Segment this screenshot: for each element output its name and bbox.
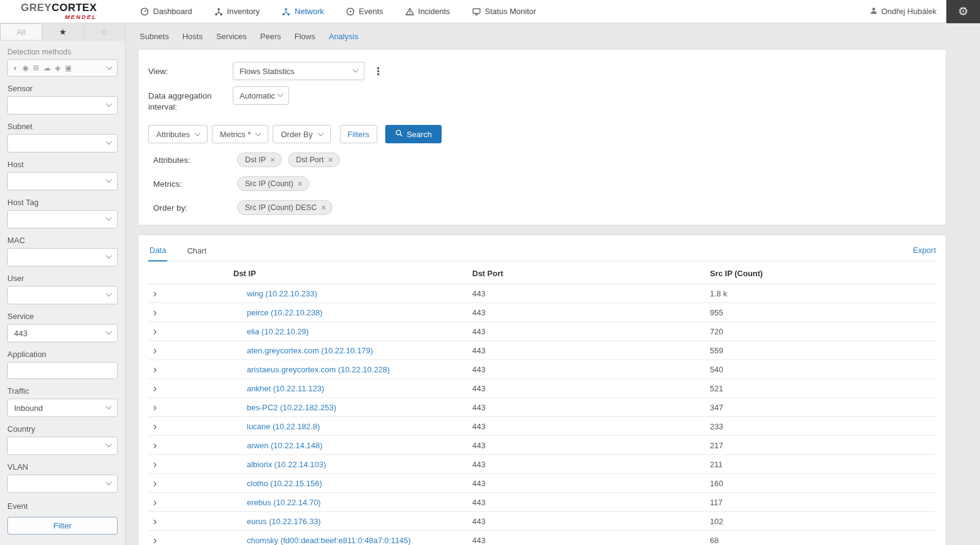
remove-chip-icon[interactable]: × bbox=[270, 156, 275, 164]
view-options-kebab-icon[interactable]: ⋮ bbox=[373, 65, 383, 78]
aggregation-select[interactable]: Automatic bbox=[233, 86, 289, 105]
expand-row-chevron-icon[interactable]: › bbox=[153, 307, 157, 318]
nav-item-inventory[interactable]: Inventory bbox=[214, 7, 260, 16]
filter-button[interactable]: Filter bbox=[7, 517, 118, 535]
vlan-filter-select[interactable] bbox=[7, 475, 118, 493]
order-by-chips-row: Order by: Src IP (Count) DESC× bbox=[148, 200, 936, 215]
sensor-filter-select[interactable] bbox=[7, 96, 118, 115]
attributes-button-label: Attributes bbox=[156, 130, 190, 139]
metrics-button[interactable]: Metrics * bbox=[212, 125, 269, 143]
country-filter-select[interactable] bbox=[7, 437, 118, 455]
dst-ip-link[interactable]: wing (10.22.10.233) bbox=[247, 289, 317, 298]
expand-row-chevron-icon[interactable]: › bbox=[153, 326, 157, 337]
expand-row-chevron-icon[interactable]: › bbox=[153, 364, 157, 375]
nav-item-network[interactable]: Network bbox=[282, 7, 324, 16]
expand-row-chevron-icon[interactable]: › bbox=[153, 535, 157, 545]
src-ip-count-value: 233 bbox=[710, 417, 936, 436]
chevron-down-icon bbox=[106, 442, 112, 448]
search-button[interactable]: Search bbox=[385, 125, 442, 143]
dst-port-value: 443 bbox=[472, 303, 710, 322]
nav-item-dashboard[interactable]: Dashboard bbox=[140, 7, 192, 16]
expand-row-chevron-icon[interactable]: › bbox=[153, 516, 157, 527]
results-table-body: › wing (10.22.10.233) 443 1.8 k › peirce… bbox=[148, 284, 936, 545]
dst-ip-link[interactable]: aten.greycortex.com (10.22.10.179) bbox=[247, 346, 373, 355]
dst-ip-link[interactable]: arwen (10.22.14.148) bbox=[247, 441, 323, 450]
fav-tab-unstarred[interactable]: ☆ bbox=[84, 23, 125, 40]
view-select[interactable]: Flows Statistics bbox=[233, 62, 364, 80]
src-ip-count-value: 347 bbox=[710, 398, 936, 417]
expand-row-chevron-icon[interactable]: › bbox=[153, 288, 157, 299]
dst-ip-link[interactable]: aristaeus.greycortex.com (10.22.10.228) bbox=[247, 365, 390, 374]
expand-row-chevron-icon[interactable]: › bbox=[153, 402, 157, 413]
user-menu[interactable]: Ondřej Hubálek bbox=[870, 7, 937, 17]
tab-peers[interactable]: Peers bbox=[254, 29, 288, 44]
attributes-button[interactable]: Attributes bbox=[148, 125, 208, 143]
host-tag-filter-select[interactable] bbox=[7, 210, 118, 228]
traffic-filter-select[interactable]: Inbound bbox=[7, 399, 118, 417]
status-monitor-icon bbox=[472, 7, 481, 16]
chevron-down-icon bbox=[277, 91, 284, 97]
filter-field: Application bbox=[0, 350, 125, 379]
tab-chart[interactable]: Chart bbox=[186, 243, 208, 261]
user-filter-select[interactable] bbox=[7, 286, 118, 304]
view-row: View: Flows Statistics ⋮ bbox=[148, 62, 936, 80]
fav-tab-starred[interactable]: ★ bbox=[42, 23, 84, 40]
nav-item-events[interactable]: Events bbox=[346, 7, 383, 16]
filters-button[interactable]: Filters bbox=[340, 125, 377, 143]
filter-field: Sensor bbox=[0, 84, 125, 115]
expand-row-chevron-icon[interactable]: › bbox=[153, 383, 157, 394]
remove-chip-icon[interactable]: × bbox=[298, 179, 303, 188]
logo-text: GREYCORTEX bbox=[21, 2, 126, 13]
tab-analysis[interactable]: Analysis bbox=[322, 29, 365, 44]
dst-port-value: 443 bbox=[472, 360, 710, 379]
expand-row-chevron-icon[interactable]: › bbox=[153, 421, 157, 432]
network-subtabs: Subnets Hosts Services Peers Flows Analy… bbox=[126, 23, 980, 49]
tab-flows[interactable]: Flows bbox=[288, 29, 322, 44]
search-button-label: Search bbox=[407, 130, 432, 139]
expand-row-chevron-icon[interactable]: › bbox=[153, 459, 157, 470]
tab-services[interactable]: Services bbox=[209, 29, 254, 44]
settings-button[interactable]: ⚙ bbox=[946, 0, 980, 23]
dst-ip-link[interactable]: albiorix (10.22.14.103) bbox=[247, 460, 326, 469]
dst-ip-link[interactable]: eurus (10.22.176.33) bbox=[247, 517, 321, 526]
subnet-filter-select[interactable] bbox=[7, 134, 118, 152]
dst-ip-link[interactable]: ankhet (10.22.11.123) bbox=[247, 384, 324, 393]
chevron-down-icon bbox=[107, 64, 113, 70]
dst-ip-link[interactable]: peirce (10.22.10.238) bbox=[247, 308, 323, 317]
remove-chip-icon[interactable]: × bbox=[321, 203, 326, 212]
export-link[interactable]: Export bbox=[913, 246, 936, 258]
aggregation-select-value: Automatic bbox=[239, 91, 275, 100]
dst-ip-link[interactable]: elia (10.22.10.29) bbox=[247, 327, 309, 336]
nav-label: Dashboard bbox=[153, 7, 192, 16]
nav-label: Inventory bbox=[227, 7, 260, 16]
mac-filter-select[interactable] bbox=[7, 248, 118, 266]
tab-hosts[interactable]: Hosts bbox=[176, 29, 209, 44]
expand-row-chevron-icon[interactable]: › bbox=[153, 440, 157, 451]
dst-ip-link[interactable]: chomsky (fd00:dead:beef:e811:0:48a7:0:11… bbox=[247, 536, 411, 545]
expand-row-chevron-icon[interactable]: › bbox=[153, 497, 157, 508]
expand-row-chevron-icon[interactable]: › bbox=[153, 478, 157, 489]
dst-ip-link[interactable]: bes-PC2 (10.22.182.253) bbox=[247, 403, 336, 412]
nav-item-status-monitor[interactable]: Status Monitor bbox=[472, 7, 537, 16]
order-by-button[interactable]: Order By bbox=[273, 125, 330, 143]
table-row: › arwen (10.22.14.148) 443 217 bbox=[148, 436, 936, 455]
detection-methods-select[interactable]: ◐ ◉ ⊞ ☁ ◈ ▣ bbox=[7, 59, 118, 77]
remove-chip-icon[interactable]: × bbox=[328, 156, 333, 164]
chip-label: Dst Port bbox=[296, 156, 323, 164]
service-filter-select[interactable]: 443 bbox=[7, 324, 118, 342]
top-bar: GREYCORTEX MENDEL Dashboard Inventory Ne… bbox=[0, 0, 980, 23]
fav-tab-all[interactable]: All bbox=[0, 23, 42, 40]
filter-field: Subnet bbox=[0, 122, 125, 152]
inventory-icon bbox=[214, 7, 223, 16]
tab-data[interactable]: Data bbox=[148, 242, 167, 261]
application-filter-input[interactable] bbox=[7, 362, 118, 379]
dst-ip-link[interactable]: erebus (10.22.14.70) bbox=[247, 498, 321, 507]
query-buttons-row: Attributes Metrics * Order By Filters Se… bbox=[148, 125, 936, 143]
host-filter-select[interactable] bbox=[7, 172, 118, 190]
tab-subnets[interactable]: Subnets bbox=[133, 29, 176, 44]
nav-item-incidents[interactable]: Incidents bbox=[405, 7, 450, 16]
dst-ip-link[interactable]: lucane (10.22.182.8) bbox=[247, 422, 320, 431]
expand-row-chevron-icon[interactable]: › bbox=[153, 345, 157, 356]
fav-tab-all-label: All bbox=[17, 28, 25, 37]
dst-ip-link[interactable]: clotho (10.22.15.156) bbox=[247, 479, 322, 488]
